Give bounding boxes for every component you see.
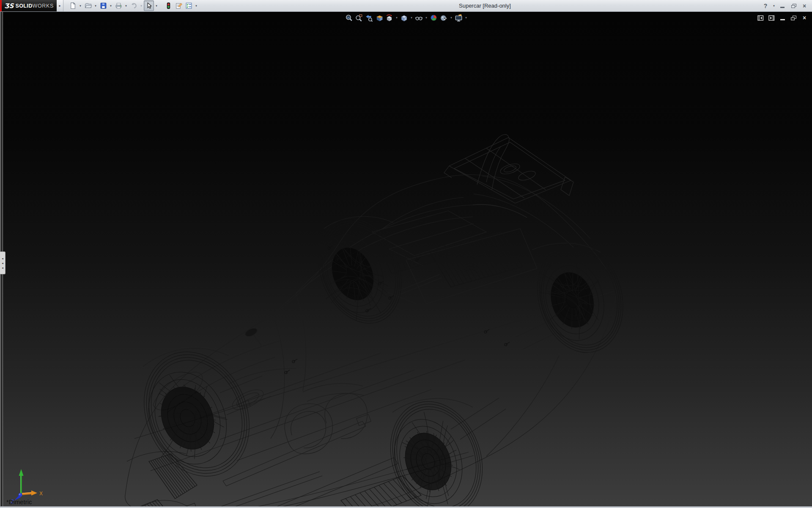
zoom-to-area-button[interactable]	[354, 13, 364, 22]
car-cockpit	[230, 386, 368, 454]
view-settings-button[interactable]	[454, 13, 464, 22]
caret-down-icon: ▾	[465, 16, 467, 19]
car-body	[125, 174, 617, 508]
close-button[interactable]: ×	[799, 1, 809, 11]
caret-down-icon: ▾	[140, 4, 142, 8]
car-wheels	[125, 206, 635, 508]
display-style-dropdown[interactable]: ▾	[409, 13, 414, 22]
edit-appearance-button[interactable]	[429, 13, 439, 22]
doc-close-button[interactable]: ×	[800, 14, 809, 22]
menu-expand-icon: ▸	[59, 4, 60, 8]
hide-show-items-button[interactable]	[414, 13, 424, 22]
collapse-left-pane-button[interactable]	[756, 14, 765, 22]
rebuild-button[interactable]	[163, 0, 173, 11]
caret-down-icon: ▾	[411, 16, 412, 19]
new-document-icon	[69, 2, 77, 9]
file-properties-button[interactable]	[173, 0, 184, 11]
section-view-icon	[376, 14, 383, 22]
menu-expand-button[interactable]: ▸	[57, 0, 63, 11]
collapsed-panel-tab[interactable]: ◂ ◂ ◂	[0, 251, 5, 274]
solidworks-logo: ƷS SOLIDWORKS	[0, 0, 57, 11]
caret-down-icon: ▾	[110, 4, 112, 8]
collapse-left-icon: ◂	[2, 266, 3, 269]
select-dropdown[interactable]: ▾	[154, 1, 159, 11]
print-dropdown[interactable]: ▾	[123, 1, 129, 11]
new-document-dropdown[interactable]: ▾	[78, 1, 83, 11]
expand-right-pane-button[interactable]	[767, 14, 776, 22]
restore-icon	[791, 16, 796, 20]
view-orientation-label: *Dimetric	[6, 499, 32, 505]
open-folder-icon	[85, 2, 92, 9]
display-style-icon	[401, 14, 408, 22]
previous-view-button[interactable]	[364, 13, 374, 22]
section-view-button[interactable]	[374, 13, 384, 22]
new-document-button[interactable]	[68, 0, 78, 11]
doc-restore-button[interactable]	[789, 14, 798, 22]
minimize-button[interactable]	[777, 1, 787, 11]
caret-down-icon: ▾	[450, 16, 452, 19]
open-dropdown[interactable]: ▾	[93, 1, 98, 11]
eyeglasses-icon	[415, 14, 423, 22]
car-wireframe	[0, 12, 812, 508]
help-dropdown[interactable]: ▾	[771, 1, 776, 11]
select-button[interactable]	[144, 0, 154, 11]
triad-y-axis	[19, 469, 24, 494]
hide-show-items-dropdown[interactable]: ▾	[424, 13, 429, 22]
doc-minimize-button[interactable]	[778, 14, 787, 22]
brand-light: WORKS	[33, 3, 54, 9]
title-bar: ƷS SOLIDWORKS ▸ ▾ ▾ ▾	[0, 0, 812, 12]
triad-x-label: X	[39, 491, 43, 497]
caret-down-icon: ▾	[95, 4, 96, 8]
zoom-to-fit-icon	[345, 14, 353, 22]
status-bar-edge	[0, 506, 812, 508]
zoom-to-fit-button[interactable]	[344, 13, 354, 22]
close-icon: ×	[803, 3, 806, 9]
minimize-icon	[780, 7, 785, 8]
view-settings-icon	[455, 14, 463, 22]
file-properties-icon	[175, 2, 182, 9]
view-orientation-icon	[386, 14, 393, 22]
print-button[interactable]	[113, 0, 123, 11]
brand-bold: SOLID	[15, 3, 32, 9]
previous-view-icon	[365, 14, 373, 22]
car-rear-wing	[444, 135, 573, 218]
restore-icon	[791, 4, 796, 8]
view-orientation-button[interactable]	[384, 13, 395, 22]
help-button[interactable]: ?	[760, 1, 771, 11]
display-style-button[interactable]	[399, 13, 409, 22]
apply-scene-button[interactable]	[439, 13, 449, 22]
save-button[interactable]	[98, 0, 108, 11]
collapse-left-icon: ◂	[2, 257, 3, 260]
caret-down-icon: ▾	[156, 4, 157, 8]
apply-scene-dropdown[interactable]: ▾	[449, 13, 454, 22]
options-dropdown[interactable]: ▾	[194, 1, 199, 11]
save-icon	[100, 2, 107, 9]
traffic-light-icon	[165, 2, 172, 9]
checkered-flag	[444, 18, 447, 20]
view-orientation-dropdown[interactable]: ▾	[395, 13, 399, 22]
caret-down-icon: ▾	[773, 4, 775, 8]
car-engine-fins	[383, 232, 523, 287]
undo-dropdown[interactable]: ▾	[139, 1, 144, 11]
collapse-left-pane-icon	[757, 15, 764, 21]
options-icon	[185, 2, 192, 9]
undo-button[interactable]	[129, 0, 139, 11]
caret-down-icon: ▾	[125, 4, 127, 8]
options-button[interactable]	[184, 0, 194, 11]
graphics-area[interactable]: ▾ ▾ ▾	[0, 12, 812, 508]
restore-button[interactable]	[788, 1, 798, 11]
headsup-view-toolbar: ▾ ▾ ▾	[344, 13, 469, 22]
reference-triad: X Z	[6, 466, 45, 504]
caret-down-icon: ▾	[425, 16, 427, 19]
caret-down-icon: ▾	[80, 4, 81, 8]
save-dropdown[interactable]: ▾	[108, 1, 113, 11]
open-button[interactable]	[83, 0, 93, 11]
document-window-controls: ×	[756, 14, 809, 22]
undo-icon	[130, 2, 137, 9]
view-settings-dropdown[interactable]: ▾	[464, 13, 469, 22]
solidworks-logo-glyph: ƷS	[4, 2, 14, 10]
triad-x-axis: X	[22, 491, 43, 497]
caret-down-icon: ▾	[195, 4, 197, 8]
apply-scene-icon	[440, 14, 448, 22]
help-icon: ?	[764, 3, 768, 9]
